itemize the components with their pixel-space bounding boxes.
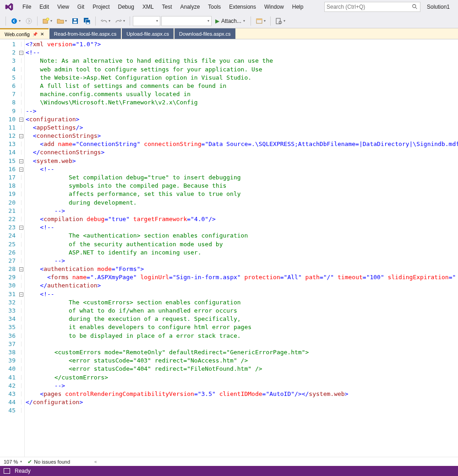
menu-window[interactable]: Window <box>260 1 288 13</box>
code-line[interactable]: <!-- <box>26 49 458 57</box>
code-line[interactable]: of what to do if/when an unhandled error… <box>26 307 458 315</box>
code-line[interactable]: --> <box>26 207 458 215</box>
code-line[interactable]: --> <box>26 107 458 115</box>
code-line[interactable]: <add name="ConnectionString" connectionS… <box>26 140 458 148</box>
code-line[interactable]: The <customErrors> section enables confi… <box>26 298 458 307</box>
fold-toggle-icon[interactable]: − <box>19 168 23 172</box>
fold-cell[interactable]: − <box>18 165 24 173</box>
tab-web-config[interactable]: Web.config📌✕ <box>0 28 49 39</box>
menu-git[interactable]: Git <box>73 1 88 13</box>
fold-toggle-icon[interactable]: − <box>19 267 23 271</box>
code-line[interactable]: <connectionStrings> <box>26 132 458 140</box>
code-line[interactable]: </customErrors> <box>26 373 458 382</box>
search-input[interactable] <box>327 4 412 10</box>
new-project-button[interactable]: ▾ <box>40 16 54 26</box>
menu-test[interactable]: Test <box>158 1 176 13</box>
back-button[interactable]: ▾ <box>9 16 22 26</box>
tab-download-files-aspx-cs[interactable]: Download-files.aspx.cs <box>174 28 235 39</box>
code-line[interactable]: affects performance, set this value to t… <box>26 190 458 198</box>
platform-combo[interactable]: ▾ <box>161 16 212 26</box>
code-editor[interactable]: <?xml version="1.0"?><!-- Note: As an al… <box>25 39 458 457</box>
menu-view[interactable]: View <box>53 1 73 13</box>
fold-toggle-icon[interactable]: − <box>19 226 23 230</box>
code-line[interactable]: <pages controlRenderingCompatibilityVers… <box>26 390 458 398</box>
menu-edit[interactable]: Edit <box>35 1 53 13</box>
fold-cell[interactable]: − <box>18 223 24 232</box>
menu-tools[interactable]: Tools <box>204 1 225 13</box>
menu-project[interactable]: Project <box>88 1 114 13</box>
code-line[interactable]: <configuration> <box>26 115 458 124</box>
attach-button[interactable]: ▶Attach...▾ <box>213 16 248 26</box>
fold-toggle-icon[interactable]: − <box>19 159 23 163</box>
code-line[interactable]: </authentication> <box>26 281 458 290</box>
window-icon[interactable] <box>4 468 10 474</box>
redo-button[interactable]: ▾ <box>113 16 127 26</box>
code-line[interactable]: <error statusCode="403" redirect="NoAcce… <box>26 357 458 365</box>
fold-toggle-icon[interactable]: − <box>19 134 23 138</box>
code-line[interactable]: during the execution of a request. Speci… <box>26 315 458 323</box>
undo-button[interactable]: ▾ <box>98 16 112 26</box>
save-all-button[interactable] <box>82 16 93 26</box>
close-icon[interactable]: ✕ <box>40 32 44 37</box>
fold-cell[interactable]: − <box>18 265 24 273</box>
config-combo[interactable]: ▾ <box>133 16 160 26</box>
save-button[interactable] <box>70 16 81 26</box>
menu-xml[interactable]: XML <box>138 1 158 13</box>
code-line[interactable]: Set compilation debug="true" to insert d… <box>26 173 458 182</box>
menu-file[interactable]: File <box>18 1 35 13</box>
code-line[interactable]: symbols into the compiled page. Because … <box>26 182 458 190</box>
code-line[interactable]: <customErrors mode="RemoteOnly" defaultR… <box>26 348 458 357</box>
open-file-button[interactable]: ▾ <box>55 16 69 26</box>
code-line[interactable]: the Website->Asp.Net Configuration optio… <box>26 74 458 82</box>
pin-icon[interactable]: 📌 <box>33 32 38 37</box>
code-line[interactable]: <!-- <box>26 290 458 298</box>
fold-cell[interactable]: − <box>18 49 24 57</box>
code-line[interactable]: Note: As an alternative to hand editing … <box>26 57 458 65</box>
issues-indicator[interactable]: ✔ No issues found <box>27 459 70 465</box>
code-line[interactable]: to be displayed in place of a error stac… <box>26 332 458 340</box>
code-line[interactable]: <forms name=".ASPXmyPage" loginUrl="Sign… <box>26 273 458 281</box>
caret-left-icon[interactable]: ◂ <box>94 459 97 465</box>
find-in-files-button[interactable]: ▾ <box>273 16 287 26</box>
fold-toggle-icon[interactable]: − <box>19 51 23 55</box>
code-line[interactable]: machine.config.comments usually located … <box>26 90 458 98</box>
code-line[interactable]: <system.web> <box>26 157 458 165</box>
code-line[interactable]: </configuration> <box>26 398 458 406</box>
fold-toggle-icon[interactable]: − <box>19 292 23 297</box>
fold-toggle-icon[interactable]: − <box>19 118 23 122</box>
code-line[interactable]: <?xml version="1.0"?> <box>26 40 458 49</box>
tab-read-from-local-file-aspx-cs[interactable]: Read-from-local-file.aspx.cs <box>49 28 121 39</box>
code-line[interactable]: <appSettings/> <box>26 124 458 132</box>
code-line[interactable]: web admin tool to configure settings for… <box>26 65 458 74</box>
fold-cell[interactable]: − <box>18 132 24 140</box>
code-line[interactable]: of the security authentication mode used… <box>26 240 458 249</box>
menu-debug[interactable]: Debug <box>114 1 138 13</box>
code-line[interactable]: The <authentication> section enables con… <box>26 232 458 240</box>
fold-cell[interactable]: − <box>18 290 24 298</box>
menu-analyze[interactable]: Analyze <box>176 1 204 13</box>
code-line[interactable]: --> <box>26 257 458 265</box>
code-line[interactable]: --> <box>26 382 458 390</box>
code-line[interactable]: <!-- <box>26 165 458 173</box>
code-line[interactable]: <compilation debug="true" targetFramewor… <box>26 215 458 223</box>
forward-button[interactable] <box>23 16 34 26</box>
fold-cell[interactable]: − <box>18 115 24 124</box>
code-line[interactable]: <!-- <box>26 223 458 232</box>
code-line[interactable]: during development. <box>26 199 458 207</box>
tab-upload-file-aspx-cs[interactable]: Upload-file.aspx.cs <box>122 28 174 39</box>
code-line[interactable]: A full list of settings and comments can… <box>26 82 458 90</box>
code-line[interactable]: \Windows\Microsoft.Net\Framework\v2.x\Co… <box>26 98 458 107</box>
fold-cell[interactable]: − <box>18 157 24 165</box>
zoom-combo[interactable]: 107 %▾ <box>4 459 22 465</box>
code-line[interactable] <box>26 340 458 348</box>
code-line[interactable] <box>26 406 458 415</box>
code-line[interactable]: it enables developers to configure html … <box>26 323 458 331</box>
code-line[interactable]: <error statusCode="404" redirect="FileNo… <box>26 365 458 373</box>
menu-help[interactable]: Help <box>288 1 308 13</box>
solution-name[interactable]: Solution1 <box>420 4 456 10</box>
code-line[interactable]: ASP.NET to identify an incoming user. <box>26 249 458 257</box>
menu-extensions[interactable]: Extensions <box>225 1 260 13</box>
browser-link-button[interactable]: ▾ <box>254 16 267 26</box>
code-line[interactable]: </connectionStrings> <box>26 148 458 157</box>
search-box[interactable] <box>324 2 420 12</box>
